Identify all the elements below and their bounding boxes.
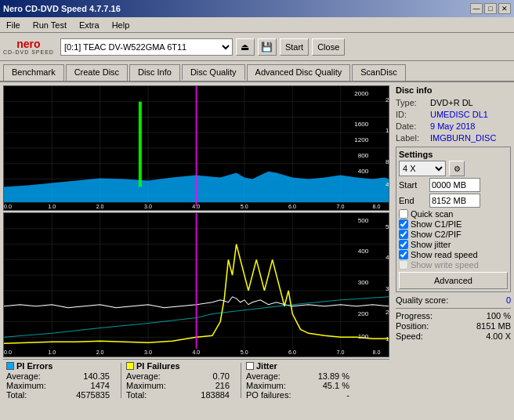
pi-errors-avg-row: Average: 140.35 bbox=[6, 371, 116, 381]
pi-failures-max-row: Maximum: 216 bbox=[126, 381, 236, 390]
show-c1-checkbox[interactable] bbox=[399, 219, 408, 229]
advanced-button[interactable]: Advanced bbox=[399, 272, 508, 289]
quality-score-row: Quality score: 0 bbox=[396, 295, 511, 305]
tab-scan-disc[interactable]: ScanDisc bbox=[352, 64, 405, 81]
show-write-speed-row: Show write speed bbox=[399, 260, 508, 270]
pi-errors-color bbox=[6, 362, 14, 370]
menu-help[interactable]: Help bbox=[109, 19, 133, 31]
title-bar: Nero CD-DVD Speed 4.7.7.16 — □ ✕ bbox=[0, 0, 514, 17]
tab-advanced-disc-quality[interactable]: Advanced Disc Quality bbox=[247, 64, 351, 81]
svg-text:400: 400 bbox=[358, 248, 369, 255]
show-write-speed-checkbox[interactable] bbox=[399, 260, 408, 270]
speed-row: 4 X Max 2 X 1 X ⚙ bbox=[399, 161, 508, 176]
maximize-button[interactable]: □ bbox=[484, 3, 497, 14]
start-row: Start bbox=[399, 178, 508, 192]
pi-errors-total-label: Total: bbox=[6, 390, 27, 400]
pi-errors-total-row: Total: 4575835 bbox=[6, 390, 116, 400]
nero-logo-subtitle: CD-DVD SPEED bbox=[3, 49, 54, 55]
settings-icon[interactable]: ⚙ bbox=[449, 161, 465, 176]
tab-create-disc[interactable]: Create Disc bbox=[66, 64, 128, 81]
jitter-max-value: 45.1 % bbox=[323, 381, 349, 390]
quality-score-value: 0 bbox=[506, 295, 511, 305]
menu-run-test[interactable]: Run Test bbox=[30, 19, 70, 31]
menu-bar: File Run Test Extra Help bbox=[0, 17, 514, 33]
jitter-title: Jitter bbox=[246, 361, 356, 371]
speed-select[interactable]: 4 X Max 2 X 1 X bbox=[399, 161, 446, 176]
minimize-button[interactable]: — bbox=[470, 3, 483, 14]
svg-text:12: 12 bbox=[386, 127, 389, 134]
svg-text:300: 300 bbox=[358, 279, 369, 286]
bottom-chart-svg: 500 400 300 200 100 50 40 30 20 10 0.0 1… bbox=[4, 213, 389, 357]
svg-text:0.0: 0.0 bbox=[4, 204, 12, 209]
svg-text:1.0: 1.0 bbox=[48, 204, 56, 209]
show-c2-checkbox[interactable] bbox=[399, 230, 408, 239]
pi-failures-stats: PI Failures Average: 0.70 Maximum: 216 T… bbox=[126, 361, 236, 400]
save-button[interactable]: 💾 bbox=[258, 38, 277, 56]
svg-text:2000: 2000 bbox=[354, 90, 369, 97]
tab-bar: Benchmark Create Disc Disc Info Disc Qua… bbox=[0, 61, 514, 82]
quick-scan-checkbox[interactable] bbox=[399, 209, 408, 219]
bottom-chart: 500 400 300 200 100 50 40 30 20 10 0.0 1… bbox=[3, 212, 389, 357]
svg-text:5.0: 5.0 bbox=[241, 349, 248, 355]
svg-text:5.0: 5.0 bbox=[241, 204, 248, 209]
disc-date-row: Date: 9 May 2018 bbox=[396, 121, 511, 131]
quality-score-label: Quality score: bbox=[396, 295, 448, 305]
tab-benchmark[interactable]: Benchmark bbox=[3, 64, 64, 81]
menu-extra[interactable]: Extra bbox=[76, 19, 103, 31]
stats-bar: PI Errors Average: 140.35 Maximum: 1474 … bbox=[3, 359, 389, 401]
content-area: 2000 1600 1200 800 400 20 12 8 4 0.0 1.0… bbox=[0, 82, 514, 404]
show-jitter-checkbox[interactable] bbox=[399, 240, 408, 249]
pi-failures-title: PI Failures bbox=[126, 361, 236, 371]
svg-text:8: 8 bbox=[386, 158, 389, 165]
top-chart-svg: 2000 1600 1200 800 400 20 12 8 4 0.0 1.0… bbox=[4, 86, 389, 210]
drive-select[interactable]: [0:1] TEAC DV-W522GMA 6T11 bbox=[60, 38, 233, 56]
eject-button[interactable]: ⏏ bbox=[236, 38, 255, 56]
end-input[interactable] bbox=[429, 194, 480, 208]
pi-errors-total-value: 4575835 bbox=[76, 390, 110, 400]
svg-text:6.0: 6.0 bbox=[288, 204, 296, 209]
svg-text:6.0: 6.0 bbox=[288, 349, 296, 355]
progress-label: Progress: bbox=[396, 311, 433, 320]
svg-text:30: 30 bbox=[386, 285, 389, 292]
svg-text:8.0: 8.0 bbox=[373, 349, 381, 355]
menu-file[interactable]: File bbox=[3, 19, 24, 31]
jitter-max-label: Maximum: bbox=[246, 381, 286, 390]
speed-value: 4.00 X bbox=[486, 331, 511, 341]
close-button[interactable]: Close bbox=[312, 38, 345, 56]
pi-failures-max-label: Maximum: bbox=[126, 381, 166, 390]
disc-date-label: Date: bbox=[396, 121, 427, 131]
show-read-speed-label: Show read speed bbox=[411, 250, 478, 259]
end-label: End bbox=[399, 196, 426, 205]
speed-label: Speed: bbox=[396, 331, 423, 341]
disc-type-value: DVD+R DL bbox=[430, 98, 473, 107]
svg-text:8.0: 8.0 bbox=[373, 204, 381, 209]
pi-errors-avg-label: Average: bbox=[6, 371, 41, 381]
disc-type-label: Type: bbox=[396, 98, 427, 107]
show-c2-row: Show C2/PIF bbox=[399, 230, 508, 239]
pi-failures-label: PI Failures bbox=[136, 361, 180, 371]
disc-label-row: Label: IMGBURN_DISC bbox=[396, 133, 511, 143]
start-button[interactable]: Start bbox=[280, 38, 309, 56]
start-input[interactable] bbox=[429, 178, 480, 192]
pi-failures-avg-value: 0.70 bbox=[213, 371, 230, 381]
show-c1-label: Show C1/PIE bbox=[411, 219, 462, 229]
position-row: Position: 8151 MB bbox=[396, 321, 511, 331]
pi-errors-label: PI Errors bbox=[16, 361, 52, 371]
show-c1-row: Show C1/PIE bbox=[399, 219, 508, 229]
close-window-button[interactable]: ✕ bbox=[498, 3, 511, 14]
progress-section: Progress: 100 % Position: 8151 MB Speed:… bbox=[396, 308, 511, 342]
pi-failures-avg-label: Average: bbox=[126, 371, 161, 381]
progress-value: 100 % bbox=[487, 311, 511, 320]
disc-date-value: 9 May 2018 bbox=[430, 121, 475, 131]
pi-errors-avg-value: 140.35 bbox=[83, 371, 110, 381]
jitter-po-row: PO failures: - bbox=[246, 390, 356, 400]
pi-failures-color bbox=[126, 362, 134, 370]
quick-scan-label: Quick scan bbox=[411, 209, 453, 219]
svg-text:4.0: 4.0 bbox=[192, 349, 200, 355]
tab-disc-info[interactable]: Disc Info bbox=[129, 64, 180, 81]
tab-disc-quality[interactable]: Disc Quality bbox=[182, 64, 245, 81]
pi-errors-max-label: Maximum: bbox=[6, 381, 46, 390]
nero-logo-text: nero bbox=[16, 38, 40, 49]
show-read-speed-checkbox[interactable] bbox=[399, 250, 408, 259]
svg-text:10: 10 bbox=[386, 335, 389, 342]
